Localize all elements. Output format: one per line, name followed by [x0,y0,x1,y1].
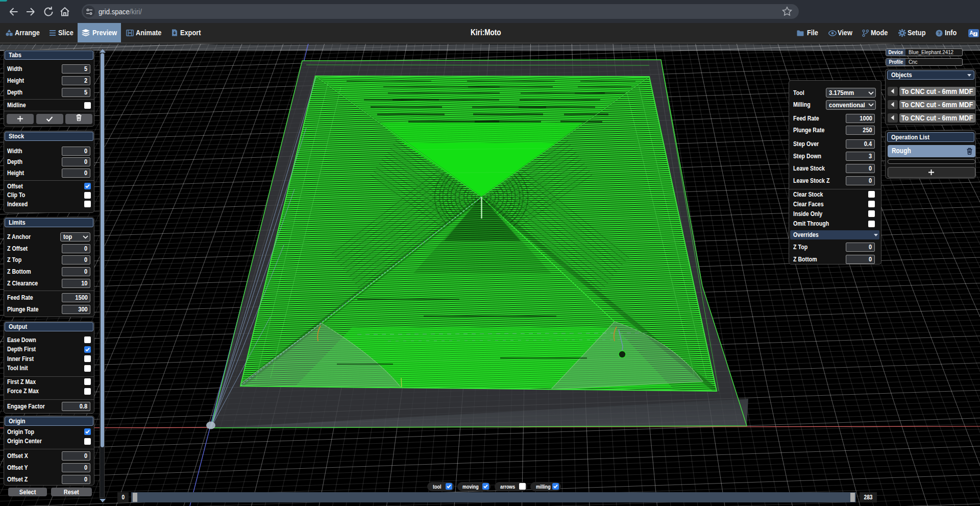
svg-text:?: ? [938,30,941,36]
